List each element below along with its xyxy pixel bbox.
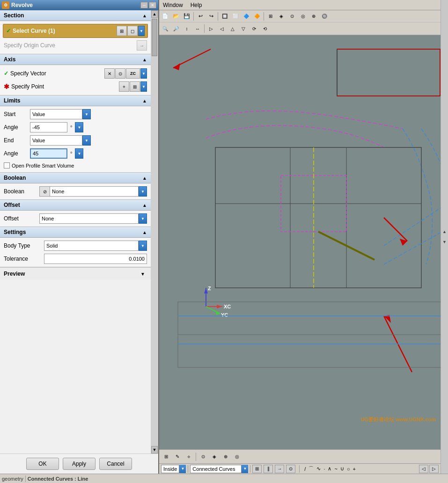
tb2-btn-7[interactable]: △ xyxy=(228,23,238,34)
tb-btn-5[interactable]: ↪ xyxy=(206,11,216,22)
bottom-tb-btn-4[interactable]: ⊙ xyxy=(198,452,208,462)
vector-btn2[interactable]: ⊙ xyxy=(115,68,125,79)
nav-btn-1[interactable]: ◁ xyxy=(419,465,428,473)
bottom-btn-1[interactable]: ⊞ xyxy=(252,465,262,473)
preview-row[interactable]: Preview ▼ xyxy=(0,267,151,280)
settings-collapse-icon[interactable]: ▲ xyxy=(142,230,147,235)
tb-btn-6[interactable]: 🔲 xyxy=(220,11,230,22)
tb-btn-14[interactable]: ⊕ xyxy=(308,11,319,22)
offset-select[interactable]: None ▼ xyxy=(39,213,147,224)
start-type-select[interactable]: Value ▼ xyxy=(30,109,91,119)
offset-arrow[interactable]: ▼ xyxy=(139,213,147,224)
draw-misc5[interactable]: + xyxy=(352,466,357,472)
start-angle-input[interactable] xyxy=(30,122,67,132)
bottom-tb-btn-1[interactable]: ⊞ xyxy=(161,452,171,462)
open-profile-row[interactable]: Open Profile Smart Volume xyxy=(4,161,147,169)
boolean-collapse-icon[interactable]: ▲ xyxy=(142,176,147,181)
bottom-tb-btn-6[interactable]: ⊕ xyxy=(220,452,231,462)
tb-btn-10[interactable]: ⊞ xyxy=(265,11,276,22)
tb-btn-15[interactable]: 🔘 xyxy=(319,11,330,22)
section-header[interactable]: Section ▲ xyxy=(0,10,151,21)
connected-curves-select[interactable]: Connected Curves ▼ xyxy=(190,465,248,473)
axis-header[interactable]: Axis ▲ xyxy=(0,54,151,65)
tb-btn-7[interactable]: ⬜ xyxy=(230,11,241,22)
draw-misc2[interactable]: ~ xyxy=(333,466,338,472)
bottom-btn-4[interactable]: ⊙ xyxy=(286,465,295,473)
boolean-header[interactable]: Boolean ▲ xyxy=(0,173,151,183)
select-curve-row[interactable]: ✓ Select Curve (1) ⊞ ◻ ▼ xyxy=(3,24,148,38)
tb-btn-12[interactable]: ⊙ xyxy=(287,11,297,22)
specify-origin-row[interactable]: Specify Origin Curve → xyxy=(3,39,148,52)
tb2-btn-10[interactable]: ⟲ xyxy=(260,23,270,34)
tb2-btn-1[interactable]: 🔍 xyxy=(160,23,170,34)
draw-misc3[interactable]: ∪ xyxy=(339,466,345,472)
tb2-btn-4[interactable]: ↔ xyxy=(192,23,203,34)
vector-btn1[interactable]: ✕ xyxy=(104,68,115,79)
cancel-button[interactable]: Cancel xyxy=(99,458,132,470)
body-type-select[interactable]: Solid ▼ xyxy=(44,241,147,251)
tb-btn-4[interactable]: ↩ xyxy=(195,11,206,22)
vector-zc-btn[interactable]: ZC xyxy=(126,68,140,79)
nav-btn-2[interactable]: ▷ xyxy=(429,465,439,473)
bottom-tb-btn-2[interactable]: ✎ xyxy=(172,452,183,462)
tb2-btn-6[interactable]: ◁ xyxy=(217,23,227,34)
limits-collapse-icon[interactable]: ▲ xyxy=(142,98,147,103)
viewport-canvas[interactable]: Z XC YC xyxy=(159,35,441,449)
tb-btn-1[interactable]: 📄 xyxy=(160,11,170,22)
tb-btn-13[interactable]: ◎ xyxy=(298,11,308,22)
open-profile-checkbox[interactable] xyxy=(4,162,10,168)
start-type-arrow[interactable]: ▼ xyxy=(82,109,91,119)
bottom-tb-btn-5[interactable]: ◈ xyxy=(209,452,220,462)
end-angle-input[interactable] xyxy=(30,148,67,159)
point-btn2[interactable]: ⊞ xyxy=(130,81,140,92)
apply-button[interactable]: Apply xyxy=(63,458,95,470)
filter-btn[interactable]: ⊞ xyxy=(117,26,127,36)
boolean-select[interactable]: ⊘ None ▼ xyxy=(39,186,147,197)
scroll-up[interactable]: ▲ xyxy=(151,10,158,18)
draw-arc[interactable]: ⌒ xyxy=(308,465,315,472)
ok-button[interactable]: OK xyxy=(26,458,59,470)
menu-window[interactable]: Window xyxy=(163,2,183,8)
body-type-arrow[interactable]: ▼ xyxy=(139,241,147,251)
vector-dropdown[interactable]: ▼ xyxy=(140,68,147,79)
section-collapse-icon[interactable]: ▲ xyxy=(142,13,147,18)
select-all-btn[interactable]: ◻ xyxy=(127,26,138,36)
point-dropdown[interactable]: ▼ xyxy=(140,81,147,92)
bottom-btn-3[interactable]: → xyxy=(275,465,284,473)
right-nav-up[interactable]: ▲ xyxy=(442,227,448,236)
minimize-btn[interactable]: ─ xyxy=(140,2,148,8)
tb-btn-3[interactable]: 💾 xyxy=(182,11,192,22)
tb2-btn-2[interactable]: 🔎 xyxy=(171,23,181,34)
end-type-select[interactable]: Value ▼ xyxy=(30,135,91,146)
menu-help[interactable]: Help xyxy=(191,2,202,8)
specify-origin-btn[interactable]: → xyxy=(137,40,147,51)
axis-collapse-icon[interactable]: ▲ xyxy=(142,57,147,62)
inside-arrow[interactable]: ▼ xyxy=(179,465,186,473)
point-btn1[interactable]: + xyxy=(119,81,129,92)
limits-header[interactable]: Limits ▲ xyxy=(0,95,151,106)
draw-line[interactable]: / xyxy=(303,466,307,472)
inside-select[interactable]: Inside ▼ xyxy=(161,465,186,473)
tb-btn-9[interactable]: 🔶 xyxy=(252,11,262,22)
draw-misc1[interactable]: ∧ xyxy=(327,466,332,472)
select-curve-dropdown[interactable]: ▼ xyxy=(138,26,145,36)
tb-btn-11[interactable]: ◈ xyxy=(276,11,286,22)
tb2-btn-8[interactable]: ▽ xyxy=(238,23,249,34)
start-angle-dropdown[interactable]: ▼ xyxy=(75,122,83,132)
tolerance-input[interactable] xyxy=(44,254,147,264)
tb-btn-2[interactable]: 📂 xyxy=(171,11,181,22)
bottom-btn-2[interactable]: ‖ xyxy=(264,465,273,473)
offset-collapse-icon[interactable]: ▲ xyxy=(142,203,147,208)
specify-point-row[interactable]: ✱ Specify Point + ⊞ ▼ xyxy=(3,80,148,93)
scroll-thumb[interactable] xyxy=(152,19,157,56)
dialog-scrollbar[interactable]: ▲ ▼ xyxy=(151,10,158,454)
tb2-btn-5[interactable]: ▷ xyxy=(206,23,216,34)
close-btn[interactable]: ✕ xyxy=(149,2,156,8)
boolean-arrow[interactable]: ▼ xyxy=(139,186,147,197)
draw-misc4[interactable]: ○ xyxy=(346,466,351,472)
tb2-btn-9[interactable]: ⟳ xyxy=(249,23,259,34)
end-type-arrow[interactable]: ▼ xyxy=(82,135,91,146)
settings-header[interactable]: Settings ▲ xyxy=(0,227,151,238)
scroll-down[interactable]: ▼ xyxy=(151,446,158,454)
specify-vector-row[interactable]: ✓ Specify Vector ✕ ⊙ ZC ▼ xyxy=(3,67,148,80)
